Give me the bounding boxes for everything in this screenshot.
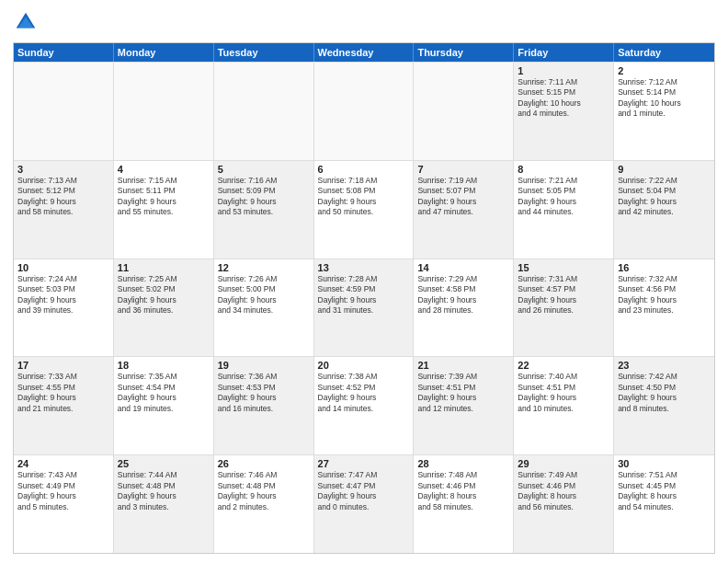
calendar: SundayMondayTuesdayWednesdayThursdayFrid… xyxy=(13,42,715,554)
day-info: Sunrise: 7:28 AM Sunset: 4:59 PM Dayligh… xyxy=(318,274,410,316)
day-number: 28 xyxy=(417,458,509,469)
header-cell-thursday: Thursday xyxy=(414,43,514,62)
cal-cell: 19Sunrise: 7:36 AM Sunset: 4:53 PM Dayli… xyxy=(214,357,314,454)
day-number: 29 xyxy=(518,458,609,469)
day-number: 19 xyxy=(218,360,310,371)
day-number: 1 xyxy=(518,65,609,76)
cal-cell: 20Sunrise: 7:38 AM Sunset: 4:52 PM Dayli… xyxy=(314,357,415,454)
day-info: Sunrise: 7:31 AM Sunset: 4:57 PM Dayligh… xyxy=(518,274,609,316)
cal-cell: 17Sunrise: 7:33 AM Sunset: 4:55 PM Dayli… xyxy=(14,357,114,454)
day-number: 25 xyxy=(118,458,210,469)
day-number: 12 xyxy=(218,262,310,273)
cal-cell xyxy=(214,63,314,160)
cal-cell: 18Sunrise: 7:35 AM Sunset: 4:54 PM Dayli… xyxy=(114,357,214,454)
cal-cell: 5Sunrise: 7:16 AM Sunset: 5:09 PM Daylig… xyxy=(214,161,314,259)
day-number: 3 xyxy=(17,164,109,175)
week-row-4: 17Sunrise: 7:33 AM Sunset: 4:55 PM Dayli… xyxy=(14,356,714,454)
cal-cell: 16Sunrise: 7:32 AM Sunset: 4:56 PM Dayli… xyxy=(614,259,714,357)
cal-cell: 26Sunrise: 7:46 AM Sunset: 4:48 PM Dayli… xyxy=(214,455,314,553)
day-info: Sunrise: 7:32 AM Sunset: 4:56 PM Dayligh… xyxy=(618,274,711,316)
day-info: Sunrise: 7:26 AM Sunset: 5:00 PM Dayligh… xyxy=(218,274,310,316)
cal-cell: 23Sunrise: 7:42 AM Sunset: 4:50 PM Dayli… xyxy=(614,357,714,454)
calendar-header: SundayMondayTuesdayWednesdayThursdayFrid… xyxy=(14,43,714,62)
day-info: Sunrise: 7:42 AM Sunset: 4:50 PM Dayligh… xyxy=(618,372,711,414)
day-info: Sunrise: 7:11 AM Sunset: 5:15 PM Dayligh… xyxy=(518,77,609,120)
header-cell-saturday: Saturday xyxy=(614,43,714,62)
cal-cell: 2Sunrise: 7:12 AM Sunset: 5:14 PM Daylig… xyxy=(614,63,714,160)
day-number: 11 xyxy=(118,262,210,273)
day-number: 27 xyxy=(318,458,410,469)
day-number: 15 xyxy=(518,262,609,273)
day-number: 6 xyxy=(318,164,410,175)
cal-cell: 4Sunrise: 7:15 AM Sunset: 5:11 PM Daylig… xyxy=(114,161,214,259)
header-cell-sunday: Sunday xyxy=(14,43,114,62)
day-number: 2 xyxy=(618,65,711,76)
day-info: Sunrise: 7:47 AM Sunset: 4:47 PM Dayligh… xyxy=(318,470,410,512)
week-row-2: 3Sunrise: 7:13 AM Sunset: 5:12 PM Daylig… xyxy=(14,160,714,259)
day-info: Sunrise: 7:21 AM Sunset: 5:05 PM Dayligh… xyxy=(518,176,609,218)
day-number: 20 xyxy=(318,360,410,371)
cal-cell: 27Sunrise: 7:47 AM Sunset: 4:47 PM Dayli… xyxy=(314,455,415,553)
day-number: 9 xyxy=(618,164,711,175)
cal-cell: 8Sunrise: 7:21 AM Sunset: 5:05 PM Daylig… xyxy=(514,161,614,259)
day-info: Sunrise: 7:18 AM Sunset: 5:08 PM Dayligh… xyxy=(318,176,410,218)
week-row-5: 24Sunrise: 7:43 AM Sunset: 4:49 PM Dayli… xyxy=(14,454,714,553)
cal-cell: 7Sunrise: 7:19 AM Sunset: 5:07 PM Daylig… xyxy=(414,161,514,259)
day-info: Sunrise: 7:29 AM Sunset: 4:58 PM Dayligh… xyxy=(417,274,509,316)
cal-cell xyxy=(14,63,114,160)
cal-cell: 21Sunrise: 7:39 AM Sunset: 4:51 PM Dayli… xyxy=(414,357,514,454)
header-cell-friday: Friday xyxy=(514,43,614,62)
day-number: 7 xyxy=(417,164,509,175)
day-info: Sunrise: 7:39 AM Sunset: 4:51 PM Dayligh… xyxy=(417,372,509,414)
header xyxy=(13,9,715,35)
cal-cell: 13Sunrise: 7:28 AM Sunset: 4:59 PM Dayli… xyxy=(314,259,415,357)
header-cell-tuesday: Tuesday xyxy=(214,43,314,62)
week-row-3: 10Sunrise: 7:24 AM Sunset: 5:03 PM Dayli… xyxy=(14,259,714,357)
day-info: Sunrise: 7:46 AM Sunset: 4:48 PM Dayligh… xyxy=(218,470,310,512)
cal-cell: 9Sunrise: 7:22 AM Sunset: 5:04 PM Daylig… xyxy=(614,161,714,259)
cal-cell: 10Sunrise: 7:24 AM Sunset: 5:03 PM Dayli… xyxy=(14,259,114,357)
day-number: 8 xyxy=(518,164,609,175)
day-number: 16 xyxy=(618,262,711,273)
day-info: Sunrise: 7:48 AM Sunset: 4:46 PM Dayligh… xyxy=(417,470,509,512)
cal-cell: 1Sunrise: 7:11 AM Sunset: 5:15 PM Daylig… xyxy=(514,63,614,160)
page: SundayMondayTuesdayWednesdayThursdayFrid… xyxy=(0,0,728,563)
cal-cell xyxy=(114,63,214,160)
cal-cell: 6Sunrise: 7:18 AM Sunset: 5:08 PM Daylig… xyxy=(314,161,415,259)
day-info: Sunrise: 7:43 AM Sunset: 4:49 PM Dayligh… xyxy=(17,470,109,512)
week-row-1: 1Sunrise: 7:11 AM Sunset: 5:15 PM Daylig… xyxy=(14,62,714,160)
cal-cell xyxy=(314,63,415,160)
day-number: 4 xyxy=(118,164,210,175)
day-number: 24 xyxy=(17,458,109,469)
day-number: 10 xyxy=(17,262,109,273)
day-info: Sunrise: 7:12 AM Sunset: 5:14 PM Dayligh… xyxy=(618,77,711,120)
logo xyxy=(13,9,43,35)
cal-cell: 12Sunrise: 7:26 AM Sunset: 5:00 PM Dayli… xyxy=(214,259,314,357)
day-info: Sunrise: 7:16 AM Sunset: 5:09 PM Dayligh… xyxy=(218,176,310,218)
day-info: Sunrise: 7:44 AM Sunset: 4:48 PM Dayligh… xyxy=(118,470,210,512)
day-info: Sunrise: 7:24 AM Sunset: 5:03 PM Dayligh… xyxy=(17,274,109,316)
day-number: 13 xyxy=(318,262,410,273)
day-info: Sunrise: 7:51 AM Sunset: 4:45 PM Dayligh… xyxy=(618,470,711,512)
day-number: 17 xyxy=(17,360,109,371)
day-info: Sunrise: 7:25 AM Sunset: 5:02 PM Dayligh… xyxy=(118,274,210,316)
day-info: Sunrise: 7:22 AM Sunset: 5:04 PM Dayligh… xyxy=(618,176,711,218)
day-number: 21 xyxy=(417,360,509,371)
day-info: Sunrise: 7:40 AM Sunset: 4:51 PM Dayligh… xyxy=(518,372,609,414)
calendar-body: 1Sunrise: 7:11 AM Sunset: 5:15 PM Daylig… xyxy=(14,62,714,553)
day-info: Sunrise: 7:35 AM Sunset: 4:54 PM Dayligh… xyxy=(118,372,210,414)
logo-icon xyxy=(13,9,39,35)
day-number: 18 xyxy=(118,360,210,371)
day-info: Sunrise: 7:19 AM Sunset: 5:07 PM Dayligh… xyxy=(417,176,509,218)
day-number: 26 xyxy=(218,458,310,469)
day-info: Sunrise: 7:36 AM Sunset: 4:53 PM Dayligh… xyxy=(218,372,310,414)
day-info: Sunrise: 7:13 AM Sunset: 5:12 PM Dayligh… xyxy=(17,176,109,218)
day-info: Sunrise: 7:33 AM Sunset: 4:55 PM Dayligh… xyxy=(17,372,109,414)
day-number: 23 xyxy=(618,360,711,371)
cal-cell: 15Sunrise: 7:31 AM Sunset: 4:57 PM Dayli… xyxy=(514,259,614,357)
day-info: Sunrise: 7:15 AM Sunset: 5:11 PM Dayligh… xyxy=(118,176,210,218)
header-cell-wednesday: Wednesday xyxy=(314,43,415,62)
cal-cell: 25Sunrise: 7:44 AM Sunset: 4:48 PM Dayli… xyxy=(114,455,214,553)
day-number: 30 xyxy=(618,458,711,469)
day-number: 5 xyxy=(218,164,310,175)
